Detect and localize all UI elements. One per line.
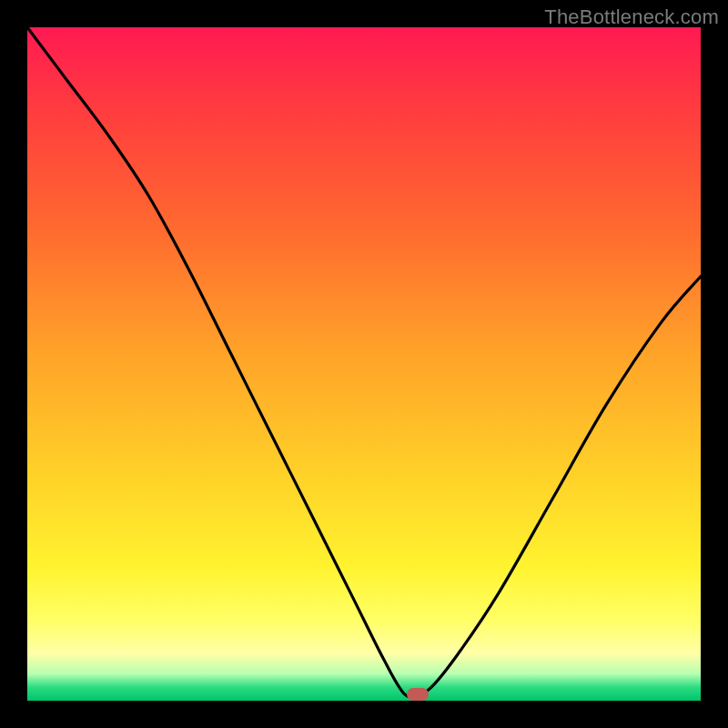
plot-area bbox=[27, 27, 701, 701]
watermark-text: TheBottleneck.com bbox=[544, 5, 719, 29]
curve-svg bbox=[27, 27, 701, 701]
chart-frame: TheBottleneck.com bbox=[0, 0, 728, 728]
minimum-marker bbox=[407, 688, 429, 701]
bottleneck-curve-path bbox=[27, 27, 701, 697]
